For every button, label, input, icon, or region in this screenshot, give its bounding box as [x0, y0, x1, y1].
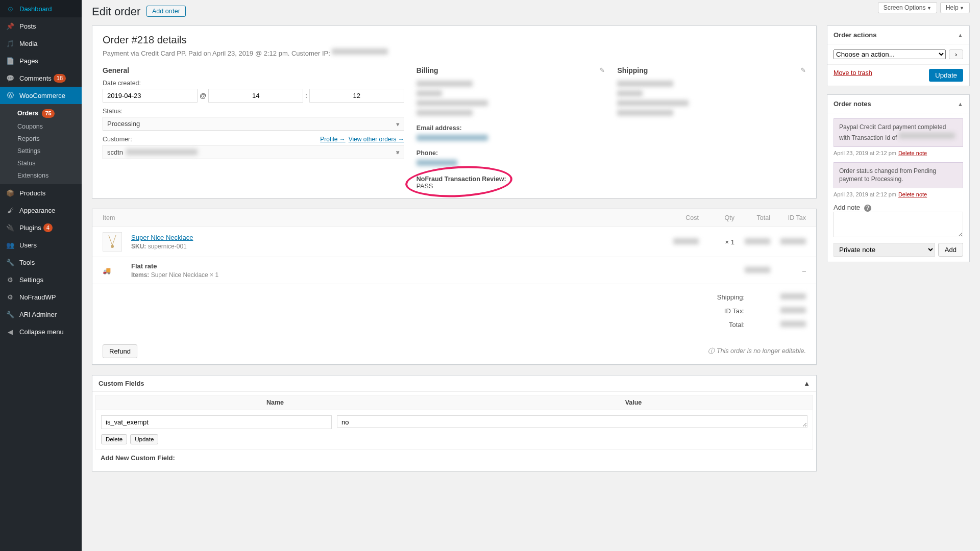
add-order-button[interactable]: Add order	[146, 6, 186, 17]
order-details-panel: Order #218 details Payment via Credit Ca…	[92, 26, 817, 198]
sidebar-item-pages[interactable]: 📄Pages	[0, 52, 82, 69]
toggle-icon[interactable]: ▲	[958, 32, 963, 38]
box-icon: 📦	[5, 188, 15, 198]
delete-note-link[interactable]: Delete note	[898, 191, 927, 197]
billing-column: Billing ✎ Email address: Phone:	[416, 66, 605, 190]
gear-icon: ⚙	[5, 274, 15, 285]
orders-badge: 75	[42, 109, 54, 118]
sidebar-item-ari[interactable]: 🔧ARI Adminer	[0, 306, 82, 323]
woo-icon: ⓦ	[5, 90, 15, 101]
update-button[interactable]: Update	[929, 69, 963, 82]
sidebar-item-plugins[interactable]: 🔌Plugins4	[0, 219, 82, 236]
action-select[interactable]: Choose an action...	[834, 49, 946, 59]
cf-add-new-label: Add New Custom Field:	[95, 450, 813, 468]
plug-icon: 🔌	[5, 222, 15, 233]
order-title: Order #218 details	[103, 34, 806, 46]
refund-button[interactable]: Refund	[103, 344, 137, 358]
execute-action-button[interactable]: ›	[949, 49, 963, 59]
submenu-reports[interactable]: Reports	[0, 133, 82, 145]
order-notes-panel: Order notes▲ Paypal Credit Card payment …	[827, 94, 970, 262]
cf-delete-button[interactable]: Delete	[101, 434, 127, 444]
order-note: Paypal Credit Card payment completed wit…	[834, 118, 963, 147]
sidebar-item-users[interactable]: 👥Users	[0, 236, 82, 254]
users-icon: 👥	[5, 240, 15, 250]
hour-input[interactable]	[208, 89, 303, 103]
collapse-icon: ◀	[5, 327, 15, 337]
product-name-link[interactable]: Super Nice Necklace	[131, 234, 193, 241]
customer-select[interactable]: scdtn ×	[103, 145, 404, 159]
sidebar-item-media[interactable]: 🎵Media	[0, 35, 82, 52]
delete-note-link[interactable]: Delete note	[898, 150, 927, 156]
custom-fields-panel: Custom Fields ▲ Name Value no	[92, 375, 817, 471]
general-column: General Date created: @ : Status:	[103, 66, 404, 190]
submenu-status[interactable]: Status	[0, 157, 82, 169]
order-totals: Shipping: ID Tax: Total:	[92, 284, 816, 338]
truck-icon: 🚚	[103, 263, 122, 278]
wrench-icon: 🔧	[5, 257, 15, 267]
cf-name-input[interactable]	[101, 415, 332, 429]
help-icon[interactable]: ?	[864, 205, 871, 212]
media-icon: 🎵	[5, 38, 15, 48]
sidebar-item-dashboard[interactable]: ⊙Dashboard	[0, 0, 82, 17]
redacted-ip	[332, 48, 388, 55]
line-item-product: Super Nice Necklace SKU: supernice-001 ×…	[92, 227, 816, 257]
add-note-label: Add note	[834, 204, 860, 211]
status-select[interactable]: Processing	[103, 117, 404, 131]
wrench-icon: 🔧	[5, 309, 15, 319]
sidebar-item-comments[interactable]: 💬Comments18	[0, 69, 82, 87]
edit-shipping-icon[interactable]: ✎	[800, 66, 806, 74]
profile-link[interactable]: Profile →	[320, 136, 345, 143]
order-meta: Payment via Credit Card PP. Paid on Apri…	[103, 47, 806, 57]
pin-icon: 📌	[5, 21, 15, 31]
submenu-coupons[interactable]: Coupons	[0, 120, 82, 133]
page-title: Edit order	[92, 5, 140, 18]
sidebar-item-nofraud[interactable]: ⚙NoFraudWP	[0, 288, 82, 306]
order-items-panel: Item Cost Qty Total ID Tax Super Nice Ne…	[92, 209, 817, 365]
submenu-orders[interactable]: Orders 75	[0, 107, 82, 120]
cf-value-input[interactable]: no	[337, 415, 807, 428]
toggle-icon[interactable]: ▲	[958, 101, 963, 107]
date-input[interactable]	[103, 89, 198, 103]
main-content: Screen Options Help Edit order Add order…	[82, 0, 980, 551]
clear-icon[interactable]: ×	[396, 148, 400, 156]
nofraud-review: NoFraud Transaction Review: PASS	[416, 176, 605, 190]
screen-options-button[interactable]: Screen Options	[878, 2, 937, 13]
brush-icon: 🖌	[5, 205, 15, 215]
sidebar-item-posts[interactable]: 📌Posts	[0, 17, 82, 35]
sidebar-item-appearance[interactable]: 🖌Appearance	[0, 202, 82, 219]
note-textarea[interactable]	[834, 212, 963, 237]
sidebar-collapse[interactable]: ◀Collapse menu	[0, 323, 82, 340]
svg-point-0	[111, 245, 114, 248]
sidebar-item-tools[interactable]: 🔧Tools	[0, 254, 82, 271]
line-item-shipping: 🚚 Flat rate Items: Super Nice Necklace ×…	[92, 257, 816, 284]
order-note: Order status changed from Pending paymen…	[834, 162, 963, 189]
minute-input[interactable]	[309, 89, 404, 103]
sidebar-item-products[interactable]: 📦Products	[0, 184, 82, 202]
cf-update-button[interactable]: Update	[130, 434, 158, 444]
product-thumb	[103, 232, 122, 252]
gear-icon: ⚙	[5, 292, 15, 302]
move-to-trash-link[interactable]: Move to trash	[834, 69, 872, 77]
comment-icon: 💬	[5, 73, 15, 83]
comments-badge: 18	[54, 74, 66, 83]
add-note-button[interactable]: Add	[938, 243, 963, 257]
sidebar-item-woocommerce[interactable]: ⓦWooCommerce	[0, 87, 82, 104]
submenu-settings[interactable]: Settings	[0, 145, 82, 157]
submenu-extensions[interactable]: Extensions	[0, 169, 82, 182]
not-editable-note: This order is no longer editable.	[708, 347, 806, 356]
toggle-icon[interactable]: ▲	[803, 380, 810, 387]
help-button[interactable]: Help	[940, 2, 970, 13]
page-icon: 📄	[5, 56, 15, 66]
edit-billing-icon[interactable]: ✎	[599, 66, 605, 74]
nofraud-result: PASS	[416, 183, 605, 190]
shipping-column: Shipping ✎	[617, 66, 806, 190]
admin-sidebar: ⊙Dashboard 📌Posts 🎵Media 📄Pages 💬Comment…	[0, 0, 82, 551]
order-actions-panel: Order actions▲ Choose an action... › Mov…	[827, 26, 970, 86]
woo-submenu: Orders 75 Coupons Reports Settings Statu…	[0, 104, 82, 184]
plugins-badge: 4	[43, 223, 53, 232]
view-other-orders-link[interactable]: View other orders →	[349, 136, 404, 143]
dashboard-icon: ⊙	[5, 4, 15, 14]
sidebar-item-settings[interactable]: ⚙Settings	[0, 271, 82, 288]
note-type-select[interactable]: Private note	[834, 243, 935, 257]
